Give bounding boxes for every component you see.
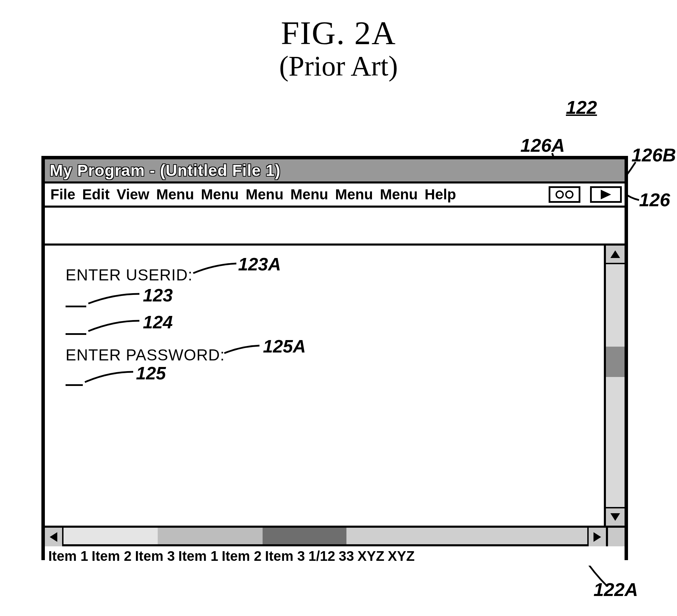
menu-generic-3[interactable]: Menu [243, 186, 286, 203]
status-xyz: XYZ [388, 548, 418, 564]
status-xyz: XYZ [357, 548, 388, 564]
scroll-down-button[interactable] [606, 507, 625, 526]
menu-view[interactable]: View [114, 186, 152, 203]
scrollbar-corner [606, 528, 625, 546]
callout-126A: 126A [520, 135, 565, 156]
callout-122A: 122A [593, 579, 638, 600]
play-icon [601, 190, 611, 199]
scroll-up-button[interactable] [606, 246, 625, 264]
callout-125A: 125A [263, 336, 306, 357]
scroll-left-button[interactable] [45, 528, 63, 546]
horizontal-scrollbar-row [45, 526, 625, 544]
menu-help[interactable]: Help [422, 186, 459, 203]
figure-subtitle: (Prior Art) [0, 50, 677, 82]
scroll-right-button[interactable] [587, 528, 606, 546]
client-area: ENTER USERID: 123A 123 124 ENTER PASSWOR… [45, 246, 606, 526]
status-page: 1/12 [308, 548, 339, 564]
toolbar-button-record-icon[interactable] [549, 186, 580, 203]
callout-123A: 123A [238, 254, 281, 275]
password-label: ENTER PASSWORD: [66, 346, 225, 364]
figure-title-block: FIG. 2A (Prior Art) [0, 14, 677, 82]
horizontal-scrollbar[interactable] [45, 528, 606, 544]
circle-icon [565, 190, 573, 199]
status-item: Item 1 [48, 548, 92, 564]
hscroll-track[interactable] [63, 528, 587, 544]
callout-123: 123 [143, 285, 173, 306]
app-window: My Program - (Untitled File 1) File Edit… [41, 156, 628, 560]
toolbar-button-play-icon[interactable] [590, 186, 622, 203]
callout-126B: 126B [631, 144, 676, 166]
callout-125: 125 [136, 363, 166, 384]
figure-number: FIG. 2A [0, 14, 677, 52]
menu-edit[interactable]: Edit [79, 186, 112, 203]
titlebar[interactable]: My Program - (Untitled File 1) [45, 159, 625, 183]
callout-124: 124 [143, 312, 173, 332]
window-title: My Program - (Untitled File 1) [50, 161, 281, 180]
userid-input[interactable] [66, 306, 86, 307]
menu-generic-5[interactable]: Menu [332, 186, 376, 203]
menu-generic-1[interactable]: Menu [154, 186, 197, 203]
userid-label: ENTER USERID: [66, 266, 193, 284]
extra-input[interactable] [66, 333, 86, 335]
menu-generic-2[interactable]: Menu [198, 186, 242, 203]
toolbar-area [45, 208, 625, 246]
client-row: ENTER USERID: 123A 123 124 ENTER PASSWOR… [45, 246, 625, 526]
status-item: Item 2 [92, 548, 135, 564]
menu-file[interactable]: File [48, 186, 78, 203]
status-item: Item 2 [222, 548, 265, 564]
vscroll-thumb[interactable] [606, 347, 625, 377]
chevron-down-icon [610, 513, 620, 521]
vscroll-track[interactable] [606, 264, 625, 507]
callout-126: 126 [639, 189, 670, 210]
circle-icon [556, 190, 564, 199]
menu-generic-6[interactable]: Menu [377, 186, 421, 203]
statusbar: Item 1 Item 2 Item 3 Item 1 Item 2 Item … [45, 544, 625, 566]
menubar: File Edit View Menu Menu Menu Menu Menu … [45, 183, 625, 208]
vertical-scrollbar[interactable] [606, 246, 625, 526]
status-item: Item 3 [265, 548, 308, 564]
chevron-right-icon [593, 532, 601, 542]
callout-122: 122 [566, 97, 597, 118]
chevron-up-icon [610, 250, 620, 258]
chevron-left-icon [50, 532, 57, 542]
menu-generic-4[interactable]: Menu [288, 186, 331, 203]
status-item: Item 3 [135, 548, 178, 564]
status-count: 33 [339, 548, 358, 564]
status-item: Item 1 [178, 548, 222, 564]
password-input[interactable] [66, 384, 83, 386]
